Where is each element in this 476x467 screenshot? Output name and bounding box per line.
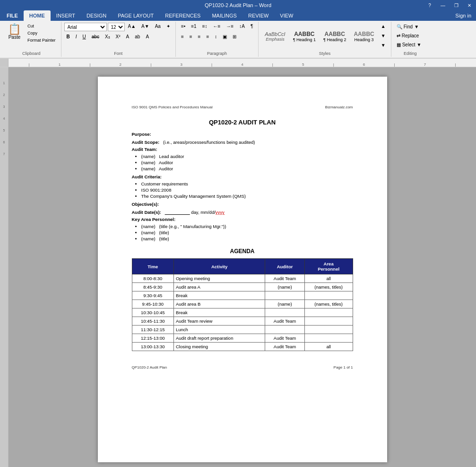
- font-size-select[interactable]: 12: [108, 23, 125, 31]
- style-heading3[interactable]: AABBC Heading 3: [350, 25, 377, 48]
- style-heading2-sample: AABBC: [325, 31, 345, 37]
- style-heading2[interactable]: AABBC ¶ Heading 2: [320, 25, 349, 48]
- change-case-button[interactable]: Aa: [153, 23, 163, 31]
- minimize-button[interactable]: —: [436, 0, 450, 10]
- decrease-indent-button[interactable]: ←≡: [211, 23, 223, 31]
- cell-area-personnel: [304, 308, 353, 317]
- find-icon: 🔍: [397, 24, 402, 29]
- style-emphasis-label: Emphasis: [266, 37, 285, 42]
- bold-button[interactable]: B: [64, 33, 72, 42]
- align-right-button[interactable]: ≡: [196, 33, 203, 42]
- font-color-button[interactable]: A: [143, 33, 151, 42]
- help-button[interactable]: ?: [423, 0, 436, 10]
- show-marks-button[interactable]: ¶: [248, 23, 255, 31]
- agenda-table: Time Activity Auditor AreaPersonnel 8:00…: [132, 258, 353, 351]
- justify-button[interactable]: ≡: [204, 33, 211, 42]
- style-heading1-sample: AABBC: [294, 31, 314, 37]
- agenda-row: 11:30-12:15 Lunch: [132, 326, 353, 334]
- clear-formatting-button[interactable]: ✦: [164, 23, 173, 31]
- cell-time: 8:00-8:30: [132, 274, 173, 283]
- tab-design[interactable]: DESIGN: [81, 10, 112, 21]
- line-spacing-button[interactable]: ↕: [212, 33, 219, 42]
- font-family-select[interactable]: Arial: [64, 23, 107, 31]
- tab-mailings[interactable]: MAILINGS: [206, 10, 242, 21]
- agenda-row: 10:45-11:30 Audit Team review Audit Team: [132, 317, 353, 326]
- superscript-button[interactable]: X²: [113, 33, 123, 42]
- replace-button[interactable]: ⇄ Replace: [394, 32, 426, 40]
- audit-criteria-list: Customer requirements ISO 9001:2008 The …: [141, 181, 353, 199]
- tab-insert[interactable]: INSERT: [51, 10, 81, 21]
- maximize-button[interactable]: ❐: [450, 0, 463, 10]
- style-heading1-label: ¶ Heading 1: [293, 37, 316, 42]
- align-left-button[interactable]: ≡: [179, 33, 186, 42]
- tab-references[interactable]: REFERENCES: [159, 10, 206, 21]
- col-activity: Activity: [173, 259, 265, 274]
- audit-scope-value: (i.e., areas/processes/functions being a…: [163, 140, 255, 145]
- audit-team-label: Audit Team:: [132, 147, 157, 152]
- close-button[interactable]: ✕: [463, 0, 476, 10]
- document-page[interactable]: ISO 9001 QMS Policies and Procedures Man…: [98, 77, 387, 462]
- style-emphasis[interactable]: AaBbCcI Emphasis: [261, 25, 288, 48]
- cell-time: 13:00-13:30: [132, 343, 173, 351]
- styles-scroll-down[interactable]: ▼: [379, 32, 388, 41]
- tab-review[interactable]: REVIEW: [242, 10, 274, 21]
- decrease-font-button[interactable]: A▼: [139, 23, 152, 31]
- agenda-row: 13:00-13:30 Closing meeting Audit Team a…: [132, 343, 353, 351]
- personnel-1: (name) (title (e.g., " Manufacturing Mgr…: [141, 224, 353, 229]
- tab-file[interactable]: FILE: [1, 10, 24, 21]
- tab-view[interactable]: VIEW: [274, 10, 299, 21]
- cell-activity: Closing meeting: [173, 343, 265, 351]
- paste-icon: 📋: [8, 24, 21, 35]
- ruler-marks: |1|2|3|4|5|6|7|: [9, 59, 476, 67]
- doc-title: QP1020-2 AUDIT PLAN: [132, 119, 353, 126]
- align-center-button[interactable]: ≡: [187, 33, 195, 42]
- audit-criteria-section: Audit Criteria: Customer requirements IS…: [132, 174, 353, 199]
- format-painter-button[interactable]: Format Painter: [25, 37, 58, 44]
- strikethrough-button[interactable]: abc: [89, 33, 102, 42]
- cell-activity: Audit draft report preparation: [173, 334, 265, 343]
- multilevel-button[interactable]: ≡↕: [200, 23, 210, 31]
- borders-button[interactable]: ⊞: [230, 33, 239, 42]
- styles-more[interactable]: ▼: [379, 42, 388, 50]
- increase-font-button[interactable]: A▲: [126, 23, 138, 31]
- styles-gallery: AaBbCcI Emphasis AABBC ¶ Heading 1 AABBC…: [261, 23, 388, 50]
- find-dropdown-icon: ▼: [414, 24, 419, 29]
- text-color-button[interactable]: A: [124, 33, 132, 42]
- subscript-button[interactable]: X₂: [103, 33, 113, 42]
- style-heading3-label: Heading 3: [355, 37, 374, 42]
- bullets-button[interactable]: ≡•: [179, 23, 188, 31]
- title-bar-text: QP1020-2 Audit Plan – Word: [205, 2, 271, 8]
- style-heading1[interactable]: AABBC ¶ Heading 1: [290, 25, 319, 48]
- agenda-row: 9:30-9:45 Break: [132, 291, 353, 300]
- style-heading3-sample: AABBC: [354, 31, 374, 37]
- tab-page-layout[interactable]: PAGE LAYOUT: [112, 10, 159, 21]
- criteria-2: ISO 9001:2008: [141, 187, 353, 193]
- style-emphasis-sample: AaBbCcI: [265, 31, 285, 37]
- underline-button[interactable]: U: [80, 33, 88, 42]
- find-label: Find: [404, 24, 413, 29]
- numbering-button[interactable]: ≡1: [189, 23, 199, 31]
- paragraph-group: ≡• ≡1 ≡↕ ←≡ →≡ ↕A ¶ ≡ ≡ ≡ ≡ ↕ ▣ ⊞: [176, 22, 259, 57]
- cell-area-personnel: [304, 326, 353, 334]
- paste-button[interactable]: 📋 Paste: [5, 23, 24, 41]
- highlight-button[interactable]: ab: [132, 33, 142, 42]
- italic-button[interactable]: I: [73, 33, 79, 42]
- cell-activity: Audit Team review: [173, 317, 265, 326]
- cell-auditor: [265, 308, 305, 317]
- col-auditor: Auditor: [265, 259, 305, 274]
- find-button[interactable]: 🔍 Find ▼: [394, 23, 426, 31]
- shading-button[interactable]: ▣: [220, 33, 229, 42]
- increase-indent-button[interactable]: →≡: [224, 23, 236, 31]
- cell-activity: Audit area B: [173, 300, 265, 308]
- styles-scroll-up[interactable]: ▲: [379, 23, 388, 31]
- sort-button[interactable]: ↕A: [237, 23, 247, 31]
- header-right: Bizmanualz.com: [325, 105, 353, 109]
- cut-button[interactable]: Cut: [25, 23, 58, 29]
- font-row-1: Arial 12 A▲ A▼ Aa ✦: [64, 23, 173, 31]
- copy-button[interactable]: Copy: [25, 30, 58, 36]
- select-button[interactable]: ▦ Select ▼: [394, 41, 426, 49]
- team-member-1: (name) Lead auditor: [141, 154, 353, 159]
- tab-home[interactable]: HOME: [24, 10, 51, 21]
- purpose-section: Purpose:: [132, 132, 353, 137]
- sign-in-button[interactable]: Sign in: [450, 10, 476, 21]
